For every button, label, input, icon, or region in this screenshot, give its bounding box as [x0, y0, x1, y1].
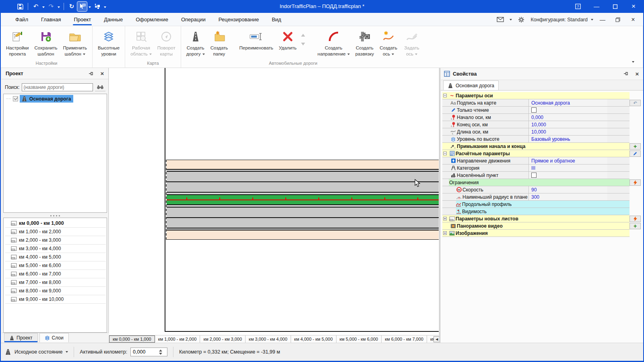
- set-axis-button[interactable]: Задать ось: [400, 28, 423, 58]
- tab-layers-panel[interactable]: Слои: [39, 333, 69, 342]
- tab-data[interactable]: Данные: [97, 13, 129, 26]
- settings-gear-icon[interactable]: [515, 15, 527, 25]
- undo-dropdown[interactable]: [41, 4, 45, 9]
- project-settings-button[interactable]: Настройки проекта: [3, 28, 31, 58]
- spinner-arrows[interactable]: [159, 350, 162, 355]
- collapse-expander-icon[interactable]: −: [443, 94, 447, 97]
- km-list-item[interactable]: км 6,000 - км 7,000: [5, 270, 106, 278]
- map-tab[interactable]: км 5,000 - км 6,000: [336, 335, 382, 343]
- property-row-axis-end[interactable]: 0, Конец оси, км 10,000: [442, 121, 630, 128]
- km-list-item[interactable]: км 9,000 - км 10,000: [5, 295, 106, 304]
- active-km-input[interactable]: [131, 349, 157, 355]
- feedback-envelope-button[interactable]: [494, 15, 506, 25]
- map-tab[interactable]: км 1,000 - км 2,000: [155, 335, 200, 343]
- vertical-splitter[interactable]: [439, 68, 440, 343]
- property-group-junctions[interactable]: Примыкания начала и конца: [442, 143, 630, 150]
- rename-button[interactable]: Переименовать: [237, 28, 276, 52]
- property-group-images[interactable]: + Изображения: [442, 230, 630, 237]
- property-group-axis-params[interactable]: − ~ Параметры оси: [442, 92, 630, 99]
- road-checkbox[interactable]: [13, 96, 18, 101]
- map-tab[interactable]: км 0,000 - км 1,000: [109, 335, 155, 343]
- tree-road-item[interactable]: ┈┈ Основная дорога: [4, 95, 107, 103]
- undo-button[interactable]: ↶: [31, 2, 41, 11]
- envelope-dropdown[interactable]: [510, 19, 512, 21]
- property-row-traffic-direction[interactable]: Направление движения Прямое и обратное: [442, 157, 630, 165]
- save-button[interactable]: [15, 2, 25, 11]
- state-selector[interactable]: Исходное состояние: [14, 349, 62, 355]
- close-button[interactable]: ×: [625, 1, 642, 12]
- close-icon[interactable]: ×: [634, 70, 641, 77]
- map-tab[interactable]: км 2,000 - км 3,000: [200, 335, 246, 343]
- property-row-visibility[interactable]: + Видимость: [442, 208, 630, 215]
- help-button[interactable]: ?: [570, 1, 586, 12]
- tab-operations[interactable]: Операции: [175, 13, 212, 26]
- tab-styling[interactable]: Оформление: [129, 13, 175, 26]
- tab-review[interactable]: Рецензирование: [212, 13, 265, 26]
- map-tab[interactable]: км 6,000 - км 7,000: [382, 335, 427, 343]
- save-template-button[interactable]: Сохранить шаблон: [31, 28, 60, 58]
- state-dropdown[interactable]: [66, 351, 68, 353]
- pin-icon[interactable]: [622, 70, 630, 77]
- active-km-spinner[interactable]: [130, 348, 167, 356]
- km-list-item[interactable]: км 3,000 - км 4,000: [5, 245, 106, 253]
- minimize-button[interactable]: —: [588, 1, 605, 12]
- panel-splitter[interactable]: [3, 214, 107, 218]
- map-tab[interactable]: км 4,000 - км 5,000: [291, 335, 336, 343]
- add-junction-button[interactable]: +: [630, 143, 641, 150]
- expand-icon[interactable]: +: [443, 231, 447, 235]
- read-only-checkbox[interactable]: [531, 107, 537, 113]
- property-row-min-radius[interactable]: Наименьший радиус в плане 300: [442, 193, 630, 201]
- tab-home[interactable]: Главная: [35, 13, 67, 26]
- move-down-button[interactable]: [299, 41, 307, 47]
- property-row-category[interactable]: Категория III: [442, 165, 630, 172]
- delete-button[interactable]: Удалить: [276, 28, 299, 52]
- select-zoom-tool-button[interactable]: [77, 2, 87, 11]
- configuration-dropdown[interactable]: [591, 19, 593, 21]
- apply-template-button[interactable]: Применить шаблон: [60, 28, 90, 58]
- apply-restrictions-button[interactable]: [630, 179, 641, 186]
- ribbon-collapse-button[interactable]: [629, 59, 638, 65]
- search-binoculars-button[interactable]: [95, 83, 105, 91]
- create-direction-button[interactable]: Создать направление: [315, 28, 353, 58]
- property-row-axis-start[interactable]: 0, Начало оси, км 0,000: [442, 114, 630, 121]
- ribbon-restore-button[interactable]: [612, 15, 624, 25]
- apply-sheet-params-button[interactable]: [630, 216, 641, 222]
- km-list-item[interactable]: км 2,000 - км 3,000: [5, 236, 106, 245]
- map-tab[interactable]: км 7,00: [427, 335, 433, 343]
- property-row-speed[interactable]: 50 Скорость 90: [442, 186, 630, 193]
- configuration-label[interactable]: Конфигурация: Standard: [530, 17, 588, 23]
- tab-project-panel[interactable]: Проект: [4, 333, 38, 342]
- create-folder-button[interactable]: ✱ Создать папку: [208, 28, 231, 58]
- redo-button[interactable]: ↷: [46, 2, 56, 11]
- map-tab[interactable]: км 3,000 - км 4,000: [246, 335, 291, 343]
- map-rotation-button[interactable]: Поворот карты: [155, 28, 178, 58]
- redo-dropdown[interactable]: [57, 4, 61, 9]
- property-subgroup-restrictions[interactable]: − Ограничения: [442, 179, 630, 186]
- maximize-button[interactable]: [607, 1, 623, 12]
- km-list-item[interactable]: км 1,000 - км 2,000: [5, 228, 106, 236]
- tab-view[interactable]: Вид: [265, 13, 288, 26]
- km-list-item[interactable]: км 0,000 - км 1,000: [5, 219, 106, 228]
- tab-selected-road[interactable]: Основная дорога: [443, 80, 499, 90]
- height-levels-button[interactable]: Высотные уровни: [95, 28, 122, 58]
- tool-dropdown[interactable]: [88, 4, 92, 9]
- selected-road-row[interactable]: Основная дорога: [20, 95, 74, 103]
- property-row-longitudinal-profile[interactable]: + Продольный профиль: [442, 201, 630, 208]
- work-area-button[interactable]: Рабочая область: [128, 28, 155, 58]
- tab-project[interactable]: Проект: [67, 13, 97, 26]
- layout-views-button[interactable]: [93, 2, 102, 11]
- create-axis-button[interactable]: ✱ Создать ось: [377, 28, 400, 58]
- reset-value-button[interactable]: ↶: [630, 100, 641, 106]
- property-row-read-only[interactable]: Только чтение: [442, 107, 630, 114]
- pin-icon[interactable]: [87, 70, 95, 77]
- property-group-new-sheets[interactable]: + Параметры новых листов: [442, 215, 630, 222]
- property-row-map-label[interactable]: Aa Подпись на карте Основная дорога: [442, 99, 630, 107]
- map-canvas[interactable]: [109, 68, 439, 335]
- property-row-height-level[interactable]: Уровень по высоте Базовый уровень: [442, 136, 630, 143]
- property-group-calc-params[interactable]: − Расчётные параметры: [442, 150, 630, 157]
- add-video-button[interactable]: +: [630, 223, 641, 229]
- move-up-button[interactable]: [299, 32, 307, 38]
- collapse-expander-icon[interactable]: −: [443, 152, 447, 155]
- property-row-axis-length[interactable]: L Длина оси, км 10,000: [442, 128, 630, 136]
- property-row-settlement[interactable]: Населённый пункт: [442, 172, 630, 179]
